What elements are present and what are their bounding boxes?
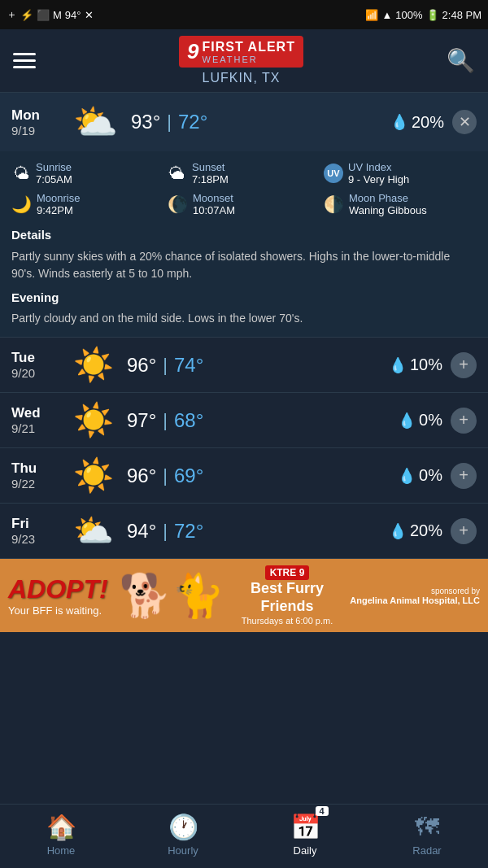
moonrise-icon: 🌙 [11, 194, 32, 214]
info-grid: 🌤 Sunrise 7:05AM 🌥 Sunset 7:18PM [11, 161, 477, 216]
sponsor-name: Angelina Animal Hospital, LLC [350, 595, 480, 605]
expand-button-2[interactable]: + [451, 463, 477, 489]
expand-button-0[interactable]: + [451, 352, 477, 378]
monday-main-row: Mon 9/19 ⛅ 93° | 72° 💧 20% ✕ [0, 93, 488, 151]
day-label-2: Thu 9/22 [11, 460, 60, 491]
moonrise-label: Moonrise [37, 192, 80, 204]
battery-icon: 🔋 [426, 9, 439, 21]
ad-adopt-text: ADOPT! [8, 574, 108, 604]
sunset-value: 7:18PM [192, 173, 229, 185]
forecast-row-2[interactable]: Thu 9/22 ☀️ 96° | 69° 💧 0% + [0, 448, 488, 504]
ad-sponsor: sponsored by Angelina Animal Hospital, L… [350, 587, 480, 605]
ad-best-furry: Best FurryFriends [251, 580, 324, 615]
sunrise-value: 7:05AM [36, 173, 72, 185]
monday-detail-panel: 🌤 Sunrise 7:05AM 🌥 Sunset 7:18PM [0, 151, 488, 337]
sunset-label: Sunset [192, 161, 229, 173]
uv-label: UV Index [348, 161, 409, 173]
monday-temps: 93° | 72° [131, 111, 382, 133]
weather-icon-1: ☀️ [73, 401, 114, 439]
rain-drop-icon: 💧 [390, 113, 408, 131]
sunrise-label: Sunrise [36, 161, 72, 173]
menu-button[interactable] [13, 53, 36, 68]
forecast-row-3[interactable]: Fri 9/23 ⛅ 94° | 72° 💧 20% + [0, 504, 488, 559]
sunrise-cell: 🌤 Sunrise 7:05AM [11, 161, 164, 185]
moonset-label: Moonset [193, 192, 235, 204]
temps-2: 96° | 69° [127, 465, 390, 487]
ad-thursday: Thursdays at 6:00 p.m. [242, 616, 333, 626]
status-right-icons: 📶 ▲ 100% 🔋 2:48 PM [365, 9, 481, 21]
expand-button-1[interactable]: + [451, 408, 477, 434]
moon-phase-label: Moon Phase [349, 192, 427, 204]
monday-expanded-row: Mon 9/19 ⛅ 93° | 72° 💧 20% ✕ 🌤 [0, 93, 488, 338]
add-icon: ＋ [7, 7, 17, 22]
dog-cat-icon: 🐕🐈 [119, 571, 224, 621]
uv-value: 9 - Very High [348, 173, 409, 185]
sunset-cell: 🌥 Sunset 7:18PM [168, 161, 320, 185]
logo-9: 9 [187, 39, 198, 64]
sunset-text: Sunset 7:18PM [192, 161, 229, 185]
nav-daily[interactable]: 📅 4 Daily [272, 813, 338, 857]
evening-text: Partly cloudy and on the mild side. Lows… [11, 310, 477, 327]
sponsored-by-label: sponsored by [350, 587, 480, 595]
monday-precip: 💧 20% [390, 113, 444, 132]
daily-badge-container: 📅 4 [290, 813, 320, 841]
logo-badge: 9 FIRST ALERT WEATHER [179, 36, 303, 68]
moon-phase-cell: 🌗 Moon Phase Waning Gibbous [324, 192, 477, 216]
forecast-row-0[interactable]: Tue 9/20 ☀️ 96° | 74° 💧 10% + [0, 338, 488, 393]
moonset-text: Moonset 10:07AM [193, 192, 235, 216]
battery-pct: 100% [395, 9, 422, 21]
temps-0: 96° | 74° [127, 354, 381, 377]
bottom-nav: 🏠 Home 🕐 Hourly 📅 4 Daily 🗺 Radar [0, 804, 488, 868]
ad-left: ADOPT! Your BFF is waiting. [8, 574, 108, 617]
first-alert-label: FIRST ALERT [203, 40, 295, 55]
moonrise-cell: 🌙 Moonrise 9:42PM [11, 192, 164, 216]
nav-hourly[interactable]: 🕐 Hourly [150, 813, 216, 857]
monday-label: Mon 9/19 [11, 107, 60, 137]
wifi-icon: 📶 [365, 9, 378, 21]
usb-icon: ⚡ [20, 9, 33, 21]
rain-icon-3: 💧 [389, 522, 407, 540]
day-label-0: Tue 9/20 [11, 350, 60, 380]
nav-home[interactable]: 🏠 Home [28, 813, 94, 857]
precip-0: 💧 10% [389, 355, 442, 374]
forecast-rows: Tue 9/20 ☀️ 96° | 74° 💧 10% + Wed 9/21 ☀… [0, 338, 488, 559]
monday-temp-high: 93° [131, 111, 160, 133]
precip-2: 💧 0% [398, 466, 442, 485]
temps-3: 94° | 72° [127, 520, 381, 543]
monday-temp-low: 72° [178, 111, 207, 133]
uv-text: UV Index 9 - Very High [348, 161, 409, 185]
hourly-icon: 🕐 [168, 813, 198, 841]
moonset-value: 10:07AM [193, 204, 235, 216]
monday-date: 9/19 [11, 124, 60, 137]
logo-area: 9 FIRST ALERT WEATHER LUFKIN, TX [179, 36, 303, 85]
expand-button-3[interactable]: + [451, 518, 477, 544]
app-header: 9 FIRST ALERT WEATHER LUFKIN, TX 🔍 [0, 29, 488, 93]
sunrise-text: Sunrise 7:05AM [36, 161, 72, 185]
ad-banner[interactable]: ADOPT! Your BFF is waiting. 🐕🐈 KTRE 9 Be… [0, 559, 488, 632]
moonrise-text: Moonrise 9:42PM [37, 192, 80, 216]
temp-divider: | [167, 111, 172, 133]
content-area: Mon 9/19 ⛅ 93° | 72° 💧 20% ✕ 🌤 [0, 93, 488, 697]
logo-text: FIRST ALERT WEATHER [203, 40, 295, 64]
search-button[interactable]: 🔍 [447, 47, 475, 74]
home-icon: 🏠 [46, 813, 76, 841]
ad-ktre-logo: KTRE 9 [265, 565, 310, 580]
radar-label: Radar [412, 844, 441, 857]
ad-middle: KTRE 9 Best FurryFriends Thursdays at 6:… [235, 565, 340, 625]
rain-icon-0: 💧 [389, 356, 407, 374]
moon-phase-value: Waning Gibbous [349, 204, 427, 216]
evening-title: Evening [11, 289, 477, 308]
close-monday-button[interactable]: ✕ [452, 110, 477, 134]
nav-radar[interactable]: 🗺 Radar [394, 813, 460, 857]
forecast-row-1[interactable]: Wed 9/21 ☀️ 97° | 68° 💧 0% + [0, 393, 488, 448]
monday-weather-icon: ⛅ [73, 101, 118, 143]
weather-icon-0: ☀️ [73, 346, 114, 384]
weather-label: WEATHER [203, 55, 295, 64]
details-text: Partly sunny skies with a 20% chance of … [11, 248, 477, 282]
weather-icon-2: ☀️ [73, 456, 114, 495]
gmail-icon: M [53, 9, 62, 21]
daily-badge: 4 [316, 806, 329, 816]
status-bar: ＋ ⚡ ⬛ M 94° ✕ 📶 ▲ 100% 🔋 2:48 PM [0, 0, 488, 29]
uv-index-cell: UV UV Index 9 - Very High [324, 161, 477, 185]
radar-icon: 🗺 [415, 813, 439, 841]
